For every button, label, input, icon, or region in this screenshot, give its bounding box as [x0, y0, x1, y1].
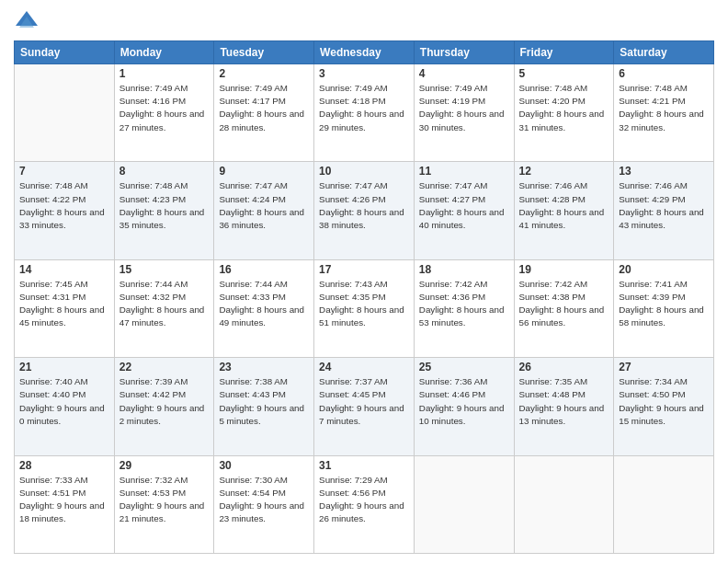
day-info: Sunrise: 7:48 AMSunset: 4:23 PMDaylight:… — [119, 179, 210, 232]
calendar-week-row: 21Sunrise: 7:40 AMSunset: 4:40 PMDayligh… — [15, 358, 714, 455]
day-number: 9 — [219, 165, 309, 178]
day-number: 11 — [419, 165, 509, 178]
day-info: Sunrise: 7:48 AMSunset: 4:21 PMDaylight:… — [619, 82, 709, 134]
calendar-cell: 13Sunrise: 7:46 AMSunset: 4:29 PMDayligh… — [614, 162, 714, 259]
day-number: 7 — [19, 165, 109, 178]
day-number: 6 — [619, 67, 709, 80]
day-info: Sunrise: 7:38 AMSunset: 4:43 PMDaylight:… — [219, 375, 309, 428]
weekday-header: Sunday — [15, 41, 115, 64]
calendar-cell: 7Sunrise: 7:48 AMSunset: 4:22 PMDaylight… — [15, 162, 115, 259]
day-number: 28 — [19, 459, 109, 472]
calendar-cell: 17Sunrise: 7:43 AMSunset: 4:35 PMDayligh… — [314, 259, 415, 357]
day-info: Sunrise: 7:49 AMSunset: 4:19 PMDaylight:… — [419, 82, 509, 134]
logo-icon — [14, 9, 40, 35]
day-info: Sunrise: 7:49 AMSunset: 4:16 PMDaylight:… — [119, 82, 210, 134]
day-info: Sunrise: 7:48 AMSunset: 4:20 PMDaylight:… — [519, 82, 609, 134]
day-number: 4 — [419, 67, 509, 80]
day-info: Sunrise: 7:39 AMSunset: 4:42 PMDaylight:… — [119, 375, 210, 428]
calendar-cell: 12Sunrise: 7:46 AMSunset: 4:28 PMDayligh… — [514, 162, 614, 259]
calendar-cell: 10Sunrise: 7:47 AMSunset: 4:26 PMDayligh… — [314, 162, 415, 259]
day-info: Sunrise: 7:49 AMSunset: 4:17 PMDaylight:… — [219, 82, 309, 134]
day-number: 17 — [319, 263, 409, 276]
day-number: 15 — [119, 263, 210, 276]
day-number: 10 — [319, 165, 409, 178]
calendar-cell — [414, 455, 514, 553]
calendar-cell: 21Sunrise: 7:40 AMSunset: 4:40 PMDayligh… — [15, 358, 115, 455]
calendar-cell: 26Sunrise: 7:35 AMSunset: 4:48 PMDayligh… — [514, 358, 614, 455]
calendar-cell — [15, 64, 115, 162]
day-number: 19 — [519, 263, 609, 276]
calendar-cell: 25Sunrise: 7:36 AMSunset: 4:46 PMDayligh… — [414, 358, 514, 455]
day-info: Sunrise: 7:49 AMSunset: 4:18 PMDaylight:… — [319, 82, 409, 134]
calendar-cell: 1Sunrise: 7:49 AMSunset: 4:16 PMDaylight… — [114, 64, 214, 162]
day-number: 23 — [219, 361, 309, 373]
calendar-cell: 9Sunrise: 7:47 AMSunset: 4:24 PMDaylight… — [214, 162, 314, 259]
day-info: Sunrise: 7:47 AMSunset: 4:24 PMDaylight:… — [219, 179, 309, 232]
day-number: 13 — [619, 165, 709, 178]
day-info: Sunrise: 7:29 AMSunset: 4:56 PMDaylight:… — [319, 474, 409, 526]
calendar-cell: 20Sunrise: 7:41 AMSunset: 4:39 PMDayligh… — [614, 259, 714, 357]
calendar-cell: 23Sunrise: 7:38 AMSunset: 4:43 PMDayligh… — [214, 358, 314, 455]
calendar-cell: 16Sunrise: 7:44 AMSunset: 4:33 PMDayligh… — [214, 259, 314, 357]
weekday-header: Thursday — [414, 41, 514, 64]
day-number: 31 — [319, 459, 409, 472]
calendar-cell — [514, 455, 614, 553]
calendar-cell: 14Sunrise: 7:45 AMSunset: 4:31 PMDayligh… — [15, 259, 115, 357]
day-number: 1 — [119, 67, 210, 80]
calendar-cell: 30Sunrise: 7:30 AMSunset: 4:54 PMDayligh… — [214, 455, 314, 553]
day-number: 24 — [319, 361, 409, 373]
weekday-header: Wednesday — [314, 41, 415, 64]
day-number: 29 — [119, 459, 210, 472]
calendar-cell: 15Sunrise: 7:44 AMSunset: 4:32 PMDayligh… — [114, 259, 214, 357]
calendar-cell: 31Sunrise: 7:29 AMSunset: 4:56 PMDayligh… — [314, 455, 415, 553]
calendar-page: SundayMondayTuesdayWednesdayThursdayFrid… — [0, 0, 728, 563]
day-info: Sunrise: 7:32 AMSunset: 4:53 PMDaylight:… — [119, 474, 210, 526]
calendar-cell: 29Sunrise: 7:32 AMSunset: 4:53 PMDayligh… — [114, 455, 214, 553]
day-info: Sunrise: 7:47 AMSunset: 4:26 PMDaylight:… — [319, 179, 409, 232]
day-number: 2 — [219, 67, 309, 80]
day-number: 16 — [219, 263, 309, 276]
header — [14, 9, 714, 35]
day-number: 14 — [19, 263, 109, 276]
day-info: Sunrise: 7:35 AMSunset: 4:48 PMDaylight:… — [519, 375, 609, 428]
day-number: 5 — [519, 67, 609, 80]
calendar-week-row: 1Sunrise: 7:49 AMSunset: 4:16 PMDaylight… — [15, 64, 714, 162]
day-info: Sunrise: 7:45 AMSunset: 4:31 PMDaylight:… — [19, 278, 109, 330]
calendar-table: SundayMondayTuesdayWednesdayThursdayFrid… — [14, 40, 714, 554]
day-number: 26 — [519, 361, 609, 373]
day-number: 12 — [519, 165, 609, 178]
day-info: Sunrise: 7:40 AMSunset: 4:40 PMDaylight:… — [19, 375, 109, 428]
day-info: Sunrise: 7:44 AMSunset: 4:32 PMDaylight:… — [119, 278, 210, 330]
day-info: Sunrise: 7:33 AMSunset: 4:51 PMDaylight:… — [19, 474, 109, 526]
calendar-week-row: 28Sunrise: 7:33 AMSunset: 4:51 PMDayligh… — [15, 455, 714, 553]
calendar-cell: 22Sunrise: 7:39 AMSunset: 4:42 PMDayligh… — [114, 358, 214, 455]
calendar-cell: 3Sunrise: 7:49 AMSunset: 4:18 PMDaylight… — [314, 64, 415, 162]
calendar-cell — [614, 455, 714, 553]
weekday-header: Monday — [114, 41, 214, 64]
weekday-header: Tuesday — [214, 41, 314, 64]
day-number: 21 — [19, 361, 109, 373]
day-info: Sunrise: 7:41 AMSunset: 4:39 PMDaylight:… — [619, 278, 709, 330]
calendar-cell: 8Sunrise: 7:48 AMSunset: 4:23 PMDaylight… — [114, 162, 214, 259]
calendar-cell: 19Sunrise: 7:42 AMSunset: 4:38 PMDayligh… — [514, 259, 614, 357]
calendar-cell: 24Sunrise: 7:37 AMSunset: 4:45 PMDayligh… — [314, 358, 415, 455]
calendar-cell: 5Sunrise: 7:48 AMSunset: 4:20 PMDaylight… — [514, 64, 614, 162]
weekday-header-row: SundayMondayTuesdayWednesdayThursdayFrid… — [15, 41, 714, 64]
day-number: 30 — [219, 459, 309, 472]
day-number: 3 — [319, 67, 409, 80]
day-info: Sunrise: 7:47 AMSunset: 4:27 PMDaylight:… — [419, 179, 509, 232]
calendar-cell: 18Sunrise: 7:42 AMSunset: 4:36 PMDayligh… — [414, 259, 514, 357]
calendar-week-row: 14Sunrise: 7:45 AMSunset: 4:31 PMDayligh… — [15, 259, 714, 357]
calendar-week-row: 7Sunrise: 7:48 AMSunset: 4:22 PMDaylight… — [15, 162, 714, 259]
day-info: Sunrise: 7:42 AMSunset: 4:36 PMDaylight:… — [419, 278, 509, 330]
weekday-header: Saturday — [614, 41, 714, 64]
day-info: Sunrise: 7:44 AMSunset: 4:33 PMDaylight:… — [219, 278, 309, 330]
day-number: 18 — [419, 263, 509, 276]
day-info: Sunrise: 7:34 AMSunset: 4:50 PMDaylight:… — [619, 375, 709, 428]
day-info: Sunrise: 7:48 AMSunset: 4:22 PMDaylight:… — [19, 179, 109, 232]
logo — [14, 9, 43, 35]
day-info: Sunrise: 7:46 AMSunset: 4:28 PMDaylight:… — [519, 179, 609, 232]
calendar-cell: 6Sunrise: 7:48 AMSunset: 4:21 PMDaylight… — [614, 64, 714, 162]
day-number: 20 — [619, 263, 709, 276]
day-number: 27 — [619, 361, 709, 373]
